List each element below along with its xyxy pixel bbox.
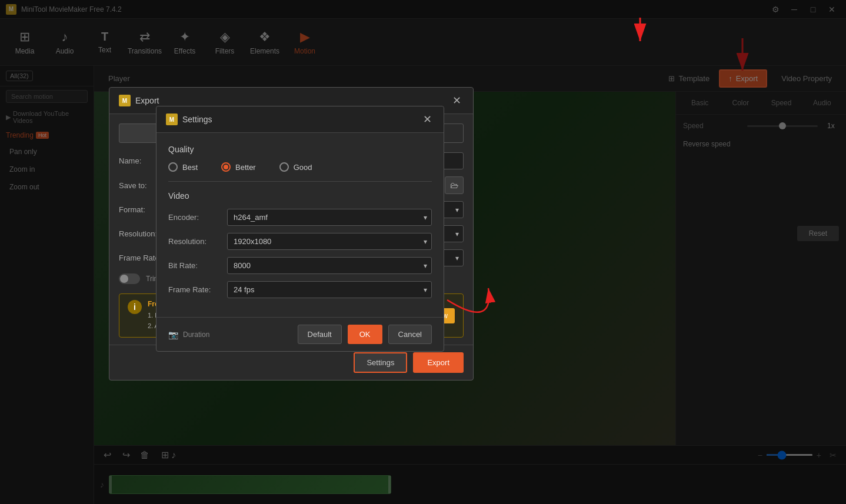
quality-section: Quality Best Better Good xyxy=(168,145,432,182)
resolution-settings-row: Resolution: 1920x1080 1280x720 xyxy=(168,233,432,250)
settings-close-btn[interactable]: ✕ xyxy=(420,112,434,126)
resolution-settings-wrapper: 1920x1080 1280x720 xyxy=(227,233,432,250)
bit-rate-label: Bit Rate: xyxy=(168,261,227,270)
settings-footer: 📷 Duration Default OK Cancel xyxy=(156,317,444,351)
quality-better[interactable]: Better xyxy=(221,162,256,172)
settings-body: Quality Best Better Good xyxy=(156,133,444,317)
radio-good xyxy=(279,162,289,172)
quality-better-label: Better xyxy=(235,163,256,172)
bit-rate-row: Bit Rate: 8000 6000 4000 xyxy=(168,257,432,274)
video-section: Video Encoder: h264_amf h264 Resolution:… xyxy=(168,191,432,298)
ok-btn[interactable]: OK xyxy=(348,325,382,344)
frame-rate-settings-select[interactable]: 24 fps 30 fps xyxy=(227,281,432,298)
duration-icon: 📷 xyxy=(168,330,178,339)
encoder-label: Encoder: xyxy=(168,213,227,222)
export-dialog-title: Export xyxy=(135,96,159,105)
encoder-select[interactable]: h264_amf h264 xyxy=(227,209,432,226)
settings-dialog-btn[interactable]: Settings xyxy=(354,352,407,373)
settings-dialog: M Settings ✕ Quality Best Better xyxy=(156,106,444,352)
cancel-btn[interactable]: Cancel xyxy=(388,325,432,344)
export-dialog-close[interactable]: ✕ xyxy=(449,94,464,108)
toggle-knob xyxy=(120,275,128,283)
default-btn[interactable]: Default xyxy=(298,325,342,344)
settings-logo: M xyxy=(166,114,178,125)
duration-label: Duration xyxy=(183,331,209,339)
frame-rate-settings-label: Frame Rate: xyxy=(168,285,227,294)
encoder-select-wrapper: h264_amf h264 xyxy=(227,209,432,226)
quality-divider xyxy=(168,181,432,182)
export-dialog-logo: M xyxy=(119,95,131,106)
quality-good[interactable]: Good xyxy=(279,162,312,172)
trim-toggle[interactable] xyxy=(119,273,140,284)
radio-better-inner xyxy=(224,165,228,169)
quality-best-label: Best xyxy=(182,163,198,172)
info-icon: i xyxy=(128,300,142,314)
frame-rate-settings-row: Frame Rate: 24 fps 30 fps xyxy=(168,281,432,298)
quality-title: Quality xyxy=(168,145,432,154)
quality-good-label: Good xyxy=(294,163,312,172)
resolution-settings-select[interactable]: 1920x1080 1280x720 xyxy=(227,233,432,250)
bit-rate-wrapper: 8000 6000 4000 xyxy=(227,257,432,274)
radio-best xyxy=(168,162,178,172)
folder-btn[interactable]: 🗁 xyxy=(445,176,464,194)
encoder-row: Encoder: h264_amf h264 xyxy=(168,209,432,226)
settings-title: Settings xyxy=(182,115,212,124)
radio-better xyxy=(221,162,231,172)
settings-actions: Default OK Cancel xyxy=(298,325,432,344)
frame-rate-settings-wrapper: 24 fps 30 fps xyxy=(227,281,432,298)
export-final-btn[interactable]: Export xyxy=(413,352,464,373)
resolution-settings-label: Resolution: xyxy=(168,237,227,246)
bit-rate-select[interactable]: 8000 6000 4000 xyxy=(227,257,432,274)
video-section-title: Video xyxy=(168,191,432,201)
settings-header: M Settings ✕ xyxy=(156,106,444,133)
quality-best[interactable]: Best xyxy=(168,162,198,172)
quality-options: Best Better Good xyxy=(168,162,432,172)
